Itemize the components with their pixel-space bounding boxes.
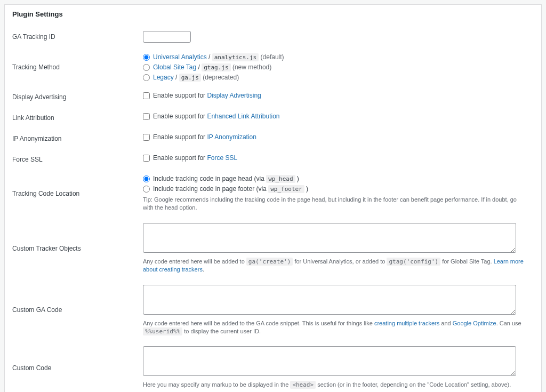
link-universal-analytics[interactable]: Universal Analytics (153, 53, 207, 61)
custom-code-desc: Here you may specify any markup to be di… (143, 381, 528, 389)
settings-form: GA Tracking ID Tracking Method Universal… (12, 26, 534, 392)
custom-tracker-textarea[interactable] (143, 223, 516, 253)
label-custom-ga: Custom GA Code (12, 279, 143, 341)
ga-tracking-id-input[interactable] (143, 31, 191, 43)
custom-tracker-desc: Any code entered here will be added to g… (143, 258, 528, 274)
link-attribution-check[interactable] (143, 113, 150, 120)
page-title: Plugin Settings (12, 10, 534, 18)
code-location-tip: Tip: Google recommends including the tra… (143, 196, 528, 212)
link-global-site-tag[interactable]: Global Site Tag (153, 63, 196, 71)
label-display-advertising: Display Advertising (12, 86, 143, 107)
plugin-settings-panel: Plugin Settings GA Tracking ID Tracking … (4, 4, 542, 392)
tracking-method-universal[interactable]: Universal Analytics / analytics.js (defa… (143, 53, 528, 61)
link-enhanced-attribution[interactable]: Enhanced Link Attribution (207, 113, 279, 120)
label-tracking-method: Tracking Method (12, 48, 143, 86)
label-link-attribution: Link Attribution (12, 107, 143, 128)
custom-ga-desc: Any code entered here will be added to t… (143, 319, 528, 336)
label-code-location: Tracking Code Location (12, 170, 143, 218)
checkbox-force-ssl[interactable]: Enable support for Force SSL (143, 154, 528, 162)
code-location-head[interactable]: Include tracking code in page head (via … (143, 175, 528, 182)
label-custom-code: Custom Code (12, 341, 143, 392)
ip-anonymization-check[interactable] (143, 134, 150, 141)
radio-universal[interactable] (143, 54, 150, 61)
tracking-method-gtag[interactable]: Global Site Tag / gtag.js (new method) (143, 63, 528, 71)
link-force-ssl[interactable]: Force SSL (207, 154, 237, 162)
checkbox-ip-anonymization[interactable]: Enable support for IP Anonymization (143, 133, 528, 141)
radio-legacy[interactable] (143, 74, 150, 81)
label-force-ssl: Force SSL (12, 149, 143, 170)
link-multiple-trackers[interactable]: creating multiple trackers (374, 320, 439, 326)
display-advertising-check[interactable] (143, 92, 150, 99)
radio-footer[interactable] (143, 186, 150, 193)
link-google-optimize[interactable]: Google Optimize (453, 320, 496, 326)
radio-head[interactable] (143, 175, 150, 182)
custom-ga-textarea[interactable] (143, 285, 516, 315)
checkbox-link-attribution[interactable]: Enable support for Enhanced Link Attribu… (143, 113, 528, 120)
link-legacy[interactable]: Legacy (153, 74, 174, 81)
label-ga-tracking-id: GA Tracking ID (12, 26, 143, 48)
radio-gtag[interactable] (143, 64, 150, 71)
label-custom-tracker: Custom Tracker Objects (12, 218, 143, 279)
checkbox-display-advertising[interactable]: Enable support for Display Advertising (143, 92, 528, 99)
custom-code-textarea[interactable] (143, 346, 516, 376)
force-ssl-check[interactable] (143, 155, 150, 162)
code-location-footer[interactable]: Include tracking code in page footer (vi… (143, 185, 528, 193)
label-ip-anonymization: IP Anonymization (12, 128, 143, 149)
tracking-method-legacy[interactable]: Legacy / ga.js (deprecated) (143, 74, 528, 81)
link-display-advertising[interactable]: Display Advertising (207, 92, 261, 99)
link-ip-anonymization[interactable]: IP Anonymization (207, 133, 256, 141)
